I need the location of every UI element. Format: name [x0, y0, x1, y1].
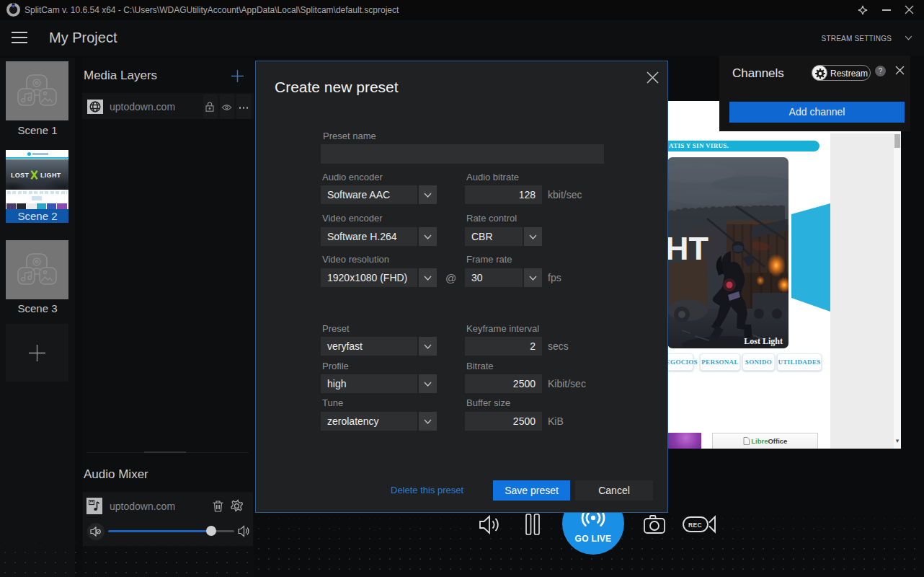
- svg-text:REC: REC: [688, 521, 702, 529]
- svg-text:Lost Light: Lost Light: [744, 336, 783, 346]
- svg-text:HT: HT: [667, 230, 708, 267]
